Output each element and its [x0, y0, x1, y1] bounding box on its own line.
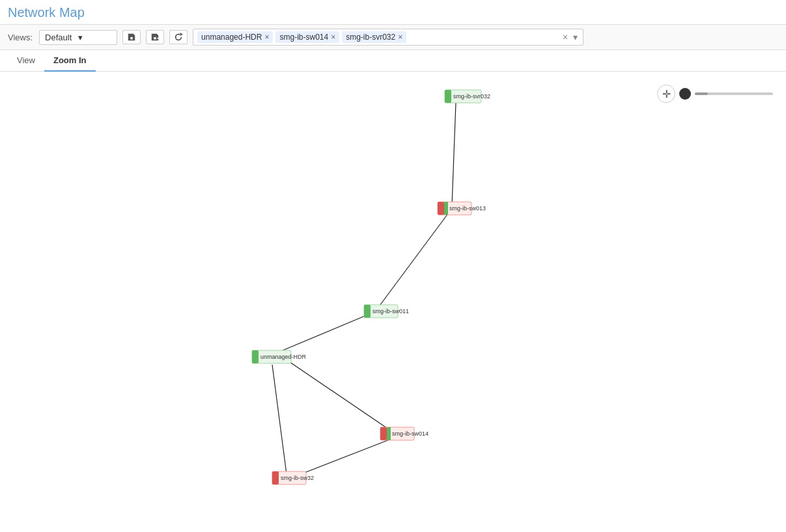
node-sw013[interactable]: smg-ib-sw013 [438, 202, 486, 215]
svg-rect-14 [380, 427, 387, 440]
zoom-slider-fill [695, 92, 708, 95]
svg-text:smg-ib-sw013: smg-ib-sw013 [449, 205, 486, 212]
svg-text:unmanaged-HDR: unmanaged-HDR [260, 354, 307, 360]
svg-rect-15 [387, 427, 391, 440]
views-dropdown[interactable]: Default ▾ [39, 30, 117, 45]
map-area[interactable]: ✛ smg-ib-svr032 smg-ib-sw013 [0, 72, 786, 526]
views-dropdown-value: Default [45, 33, 78, 42]
svg-rect-18 [272, 471, 279, 484]
node-sw32[interactable]: smg-ib-sw32 [272, 471, 314, 484]
views-label: Views: [8, 33, 33, 42]
node-sw011[interactable]: smg-ib-sw011 [364, 305, 409, 318]
filter-tag-label: smg-ib-sw014 [279, 33, 328, 42]
node-unmanaged-hdr[interactable]: unmanaged-HDR [252, 350, 307, 363]
svg-rect-5 [444, 202, 448, 215]
save-button[interactable] [122, 30, 141, 44]
save-as-button[interactable] [146, 30, 164, 44]
filter-tag-close-sw014[interactable]: × [331, 33, 335, 41]
svg-rect-8 [364, 305, 371, 318]
zoom-control: ✛ [657, 85, 773, 103]
edge-unmanaged-hdr-sw32 [272, 365, 287, 474]
filter-tag-close-unmanaged-hdr[interactable]: × [264, 33, 269, 41]
filter-bar: unmanaged-HDR × smg-ib-sw014 × smg-ib-sv… [193, 29, 583, 46]
edge-sw014-sw32 [294, 439, 391, 477]
tab-zoom-in[interactable]: Zoom In [44, 50, 96, 72]
refresh-button[interactable] [169, 30, 188, 44]
toolbar: Views: Default ▾ unmanaged-HDR × smg-ib-… [0, 24, 786, 50]
node-svr032[interactable]: smg-ib-svr032 [445, 90, 490, 103]
filter-bar-actions: × ▾ [561, 31, 579, 44]
edge-unmanaged-hdr-sw014 [288, 361, 391, 431]
tab-view[interactable]: View [8, 50, 44, 72]
zoom-dot [679, 88, 691, 100]
svg-text:smg-ib-sw014: smg-ib-sw014 [392, 430, 428, 437]
svg-rect-11 [252, 350, 259, 363]
chevron-down-icon: ▾ [78, 33, 111, 42]
filter-tag-smg-ib-svr032: smg-ib-svr032 × [342, 31, 406, 43]
filter-tag-smg-ib-sw014: smg-ib-sw014 × [275, 31, 339, 43]
filter-clear-button[interactable]: × [561, 31, 569, 44]
page-title: Network Map [0, 0, 786, 24]
zoom-slider-track [695, 92, 773, 95]
filter-tag-close-svr032[interactable]: × [398, 33, 402, 41]
svg-text:smg-ib-svr032: smg-ib-svr032 [453, 93, 490, 100]
filter-tag-label: smg-ib-svr032 [346, 33, 395, 42]
network-svg: smg-ib-svr032 smg-ib-sw013 smg-ib-sw011 … [0, 72, 786, 526]
edge-sw013-sw011 [376, 214, 448, 310]
zoom-crosshair-button[interactable]: ✛ [657, 85, 675, 103]
edge-sw011-unmanaged-hdr [274, 314, 370, 354]
filter-dropdown-button[interactable]: ▾ [572, 31, 579, 44]
edge-svr032-sw013 [452, 103, 456, 206]
svg-rect-4 [438, 202, 444, 215]
svg-rect-1 [445, 90, 451, 103]
svg-text:smg-ib-sw32: smg-ib-sw32 [281, 475, 314, 481]
node-sw014[interactable]: smg-ib-sw014 [380, 427, 428, 440]
svg-text:smg-ib-sw011: smg-ib-sw011 [372, 308, 409, 315]
filter-tag-label: unmanaged-HDR [201, 33, 262, 42]
tabs: View Zoom In [0, 50, 786, 72]
filter-tag-unmanaged-hdr: unmanaged-HDR × [197, 31, 273, 43]
